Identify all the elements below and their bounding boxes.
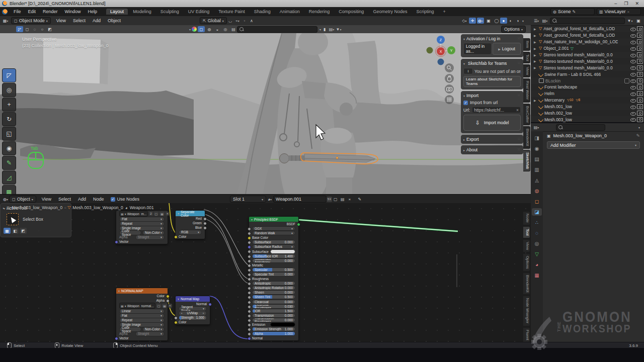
bsdf-row-transmission[interactable]: Transmission0.000: [249, 313, 298, 318]
learn-teams-button[interactable]: Learn about Sketchfab for Teams: [463, 76, 521, 87]
hide-eye-icon[interactable]: [630, 98, 636, 103]
bsdf-row-roughness[interactable]: Roughness: [249, 277, 298, 281]
proportional-falloff-icon[interactable]: ∧: [248, 18, 255, 24]
outliner-item-name[interactable]: Swine Farm - Lab 8 SOIL 466: [544, 72, 601, 77]
collapse-arrow-icon[interactable]: ▾: [463, 94, 465, 98]
outliner-item-name[interactable]: Aset_nature_tree_M_wdoidgs_00_LOD: [543, 39, 618, 44]
bsdf-row-sheen[interactable]: Sheen0.000: [249, 290, 298, 295]
bsdf-row-specular[interactable]: Specular0.500: [249, 267, 298, 272]
bsdf-row-normal[interactable]: Normal: [249, 336, 298, 340]
material-preview-icon[interactable]: ◐: [507, 18, 514, 24]
outliner-item-name[interactable]: Mesh.001_low: [544, 104, 572, 109]
move-tool[interactable]: +: [2, 98, 16, 112]
options-dropdown[interactable]: Options▾: [501, 26, 526, 33]
fake-user-shield-icon[interactable]: ▢: [332, 196, 339, 202]
rotate-tool[interactable]: ↻: [2, 112, 16, 126]
hide-eye-icon[interactable]: [630, 78, 636, 83]
outliner-row[interactable]: ▶▽Stereo textured mesh_Material0_0.0: [531, 52, 644, 58]
pin-icon[interactable]: ✎: [573, 10, 576, 14]
fake-user-shield-icon[interactable]: ▢: [154, 212, 159, 216]
hide-eye-icon[interactable]: [630, 46, 636, 51]
import-from-url-row[interactable]: ✓ Import from url: [463, 100, 521, 105]
node-sidebar-tab-options[interactable]: Options: [523, 253, 530, 272]
bsdf-row-ggx[interactable]: GGX▾: [249, 226, 298, 231]
tab-constraints[interactable]: ◎: [532, 240, 542, 247]
workspace-tab-texture-paint[interactable]: Texture Paint: [214, 9, 249, 15]
filter-funnel-icon[interactable]: ▼▾: [626, 18, 633, 24]
bsdf-row-specular-tint[interactable]: Specular Tint0.000: [249, 272, 298, 277]
collapse-arrow-icon[interactable]: ▾: [463, 62, 465, 65]
hide-eye-icon[interactable]: [630, 72, 636, 76]
sidebar-tab-blenderkit[interactable]: BlenderKit: [523, 126, 530, 149]
pan-hand-button[interactable]: [445, 74, 454, 83]
bsdf-row-alpha[interactable]: Alpha1.000: [249, 331, 298, 336]
outliner-row[interactable]: BLockin: [531, 77, 644, 84]
normal-map-node[interactable]: ▾Normal Map Normal Tangent Space▾ ▪UVMap…: [175, 296, 210, 325]
outliner-item-name[interactable]: BLockin: [545, 78, 560, 83]
outliner-item-name[interactable]: Mesh.002_low: [544, 111, 572, 116]
brush-box-icon[interactable]: ◻: [198, 26, 205, 32]
output-blue[interactable]: Blue: [176, 225, 205, 230]
add-cube-tool[interactable]: ▩: [2, 185, 16, 194]
color-swatch[interactable]: [270, 322, 295, 327]
expand-arrow-icon[interactable]: ▶: [534, 66, 537, 69]
menu-window[interactable]: Window: [61, 9, 85, 14]
logged-in-as-field[interactable]: Logged in as...: [463, 43, 492, 55]
unlink-material-icon[interactable]: ×: [346, 196, 353, 202]
bsdf-row-subsurface-ior[interactable]: Subsurface IOR1.400: [249, 254, 298, 258]
workspace-tab-animation[interactable]: Animation: [276, 9, 304, 15]
sidebar-tab-tool[interactable]: Tool: [523, 52, 530, 64]
menu-render[interactable]: Render: [39, 9, 61, 14]
outliner-row[interactable]: ▶▽Aset_ground_forest_M_tletcalfa_LOD: [531, 26, 644, 32]
bsdf-row-clearcoat[interactable]: Clearcoat0.000: [249, 300, 298, 304]
tab-object[interactable]: ◻: [532, 198, 542, 205]
exclude-checkbox[interactable]: [624, 78, 629, 83]
image-users-button[interactable]: 2: [149, 212, 152, 216]
outliner-scrollbar[interactable]: [641, 27, 643, 62]
disable-render-camera-icon[interactable]: [637, 98, 643, 103]
new-image-icon[interactable]: ▤: [159, 212, 165, 216]
expand-arrow-icon[interactable]: ▶: [534, 99, 537, 102]
node-sidebar-tab-fluent[interactable]: Fluent: [523, 327, 530, 342]
image-texture-node[interactable]: ▤▾ Weapon_m... 2 ▢ ▤ × Flat▾Repeat▾Singl…: [116, 210, 168, 244]
brush-tint-icon[interactable]: ◒: [214, 26, 221, 32]
brush-sphere-icon[interactable]: ◍: [206, 26, 213, 32]
sidebar-tab-view[interactable]: View: [523, 64, 530, 77]
hide-eye-icon[interactable]: [630, 59, 636, 63]
disable-render-camera-icon[interactable]: [637, 111, 643, 116]
normalmap-image-node[interactable]: ▾NORMALMAP ColorAlpha ▤▾ Weapon_normal..…: [116, 288, 168, 341]
tab-texture[interactable]: ▦: [532, 272, 542, 279]
bsdf-row-subsurface-anisotropy[interactable]: Subsurface Anisotropy0.000: [249, 258, 298, 263]
hide-eye-icon[interactable]: [630, 111, 636, 116]
color-swatch[interactable]: [270, 249, 295, 254]
node-menu-view[interactable]: View: [38, 197, 55, 202]
logout-button[interactable]: ▶Logout: [493, 43, 521, 55]
viewport-menu-view[interactable]: View: [53, 18, 69, 23]
bsdf-row-subsurface-radius[interactable]: Subsurface Radius▾: [249, 244, 298, 249]
node-sidebar-tab-node[interactable]: Node: [523, 211, 530, 225]
viewport-menu-object[interactable]: Object: [104, 18, 124, 23]
workspace-tab-rendering[interactable]: Rendering: [305, 9, 334, 15]
outliner-search-input[interactable]: [550, 18, 625, 24]
outliner-options-icon[interactable]: ▣: [635, 18, 642, 24]
maximize-button[interactable]: ❐: [624, 1, 628, 6]
normalmap-option-repeat[interactable]: Repeat▾: [116, 318, 168, 322]
bsdf-row-emission[interactable]: Emission: [249, 322, 298, 327]
node-menu-select[interactable]: Select: [55, 197, 74, 202]
viewport-3d[interactable]: Z Y X: [0, 33, 531, 194]
editor-type-icon[interactable]: ▤▾: [533, 124, 540, 130]
camera-view-button[interactable]: [445, 84, 454, 94]
collapse-arrow-icon[interactable]: ▾: [463, 37, 465, 41]
blender-menu-icon[interactable]: [2, 9, 8, 15]
select-box-icon[interactable]: ◻: [24, 26, 31, 32]
filter-funnel-icon[interactable]: ▼▾: [335, 26, 342, 32]
node-sidebar-tab-view[interactable]: View: [523, 239, 530, 252]
normalmap-option-linear[interactable]: Linear▾: [116, 309, 168, 313]
disable-render-camera-icon[interactable]: [637, 117, 643, 122]
output-alpha[interactable]: Alpha: [116, 298, 168, 303]
viewport-menu-select[interactable]: Select: [69, 18, 89, 23]
tab-modifiers[interactable]: ◪: [532, 208, 542, 216]
solid-shading-icon[interactable]: ●: [500, 18, 507, 24]
expand-arrow-icon[interactable]: ▶: [534, 27, 537, 31]
shading-dropdown-icon[interactable]: ▾: [522, 19, 524, 23]
